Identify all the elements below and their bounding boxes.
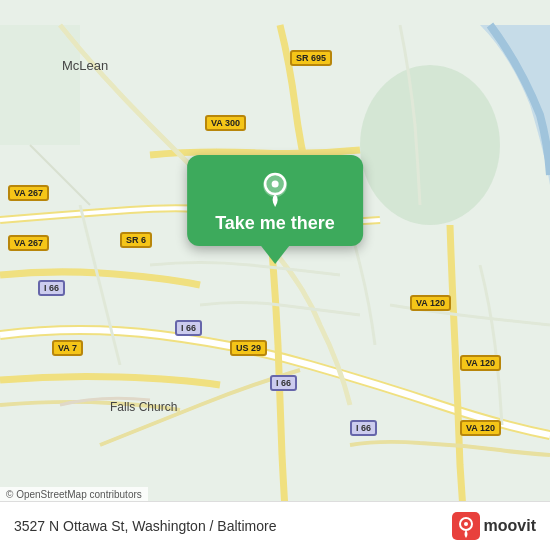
popup-arrow: [261, 246, 289, 264]
road-badge-va120-3: VA 120: [460, 420, 501, 436]
road-badge-va300: VA 300: [205, 115, 246, 131]
popup-label: Take me there: [215, 213, 335, 234]
svg-rect-2: [0, 25, 80, 145]
location-popup[interactable]: Take me there: [187, 155, 363, 264]
road-badge-va267-2: VA 267: [8, 235, 49, 251]
moovit-logo: moovit: [452, 512, 536, 540]
popup-box[interactable]: Take me there: [187, 155, 363, 246]
road-badge-va7: VA 7: [52, 340, 83, 356]
address-text: 3527 N Ottawa St, Washington / Baltimore: [14, 518, 277, 534]
map-container: VA 267 VA 267 SR 695 VA 300 SR 6 I 66 I …: [0, 0, 550, 550]
svg-point-1: [360, 65, 500, 225]
map-attribution: © OpenStreetMap contributors: [0, 487, 148, 502]
road-badge-i66-1: I 66: [38, 280, 65, 296]
road-badge-va120-1: VA 120: [410, 295, 451, 311]
road-badge-sr6: SR 6: [120, 232, 152, 248]
road-badge-i66-3: I 66: [270, 375, 297, 391]
road-badge-us29: US 29: [230, 340, 267, 356]
map-svg: [0, 0, 550, 550]
road-badge-i66-4: I 66: [350, 420, 377, 436]
road-badge-sr695: SR 695: [290, 50, 332, 66]
moovit-text: moovit: [484, 517, 536, 535]
bottom-bar: 3527 N Ottawa St, Washington / Baltimore…: [0, 501, 550, 550]
road-badge-va120-2: VA 120: [460, 355, 501, 371]
svg-point-5: [271, 181, 278, 188]
road-badge-va267-1: VA 267: [8, 185, 49, 201]
place-label-falls-church: Falls Church: [110, 400, 177, 414]
road-badge-i66-2: I 66: [175, 320, 202, 336]
svg-point-8: [464, 522, 468, 526]
location-pin-icon: [256, 169, 294, 207]
place-label-mclean: McLean: [62, 58, 108, 73]
moovit-logo-icon: [452, 512, 480, 540]
